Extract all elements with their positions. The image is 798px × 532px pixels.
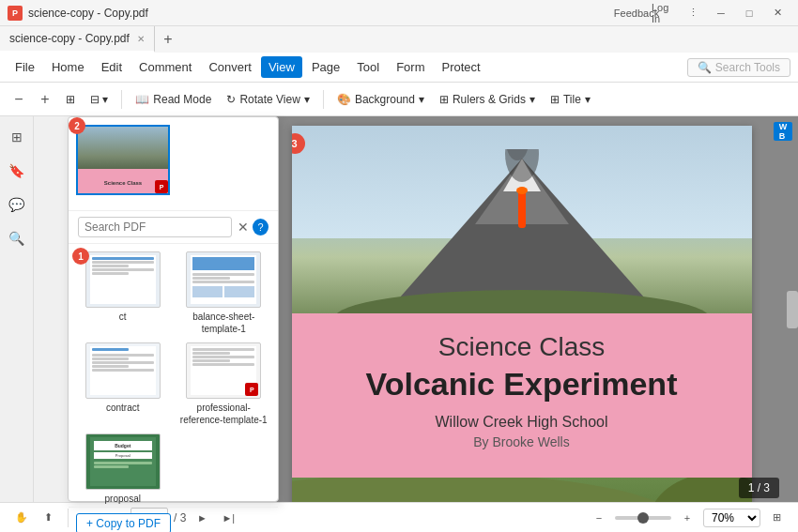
tab-bar: science-copy - Copy.pdf ✕ + [0, 26, 798, 53]
menu-form[interactable]: Form [389, 56, 432, 78]
thumbnail-page[interactable]: 2 Science Class P [76, 125, 170, 195]
minimize-btn[interactable]: ─ [708, 4, 734, 23]
file-badge: P [155, 180, 168, 193]
main-content: WB 3 [245, 116, 798, 502]
close-btn[interactable]: ✕ [764, 4, 790, 23]
pdf-panel: 2 Science Class P ✕ ? [68, 116, 279, 502]
page-header-image: 3 [292, 126, 752, 313]
main-layout: ⊞ 🔖 💬 🔍 2 Science Class P [0, 116, 798, 502]
panel-close-btn[interactable]: ✕ [238, 220, 249, 235]
menu-tool[interactable]: Tool [349, 56, 387, 78]
menu-comment[interactable]: Comment [131, 56, 199, 78]
badge-1: 1 [72, 248, 89, 265]
rulers-icon: ⊞ [439, 93, 449, 106]
comment-icon[interactable]: 💬 [4, 191, 30, 218]
panel-thumbnail-area: 2 Science Class P [69, 117, 278, 211]
window-title: science-copy - Copy.pdf [28, 7, 623, 20]
page-bottom-green [292, 478, 752, 502]
pdf-item-label-proposal: proposal [105, 493, 141, 505]
pdf-page: 3 [292, 126, 752, 502]
background-chevron-icon: ▾ [419, 93, 424, 106]
wb-icon[interactable]: WB [774, 122, 792, 141]
rulers-chevron-icon: ▾ [529, 93, 535, 106]
more-btn[interactable]: ⋮ [680, 4, 706, 23]
zoom-thumb[interactable] [637, 512, 649, 524]
menu-edit[interactable]: Edit [94, 56, 130, 78]
pdf-item-label-ct: ct [119, 311, 127, 323]
thumbnail-icon[interactable]: ⊞ [4, 124, 30, 150]
pdf-thumb-balance [186, 251, 261, 308]
tab-label: science-copy - Copy.pdf [9, 32, 130, 45]
zoom-track [615, 516, 671, 520]
page-pink-section: Science Class Volcanic Experiment Willow… [292, 313, 752, 478]
select-tool-btn[interactable]: ⬆ [38, 508, 58, 528]
copy-to-pdf-btn[interactable]: + Copy to PDF [76, 513, 171, 532]
search-icon: 🔍 [698, 61, 712, 74]
copy-btn-row: + Copy to PDF [69, 507, 278, 532]
login-btn[interactable]: Log In [652, 4, 678, 23]
tile-icon: ⊞ [550, 93, 560, 106]
thumb-volcano [78, 127, 168, 169]
pdf-thumb-contract [85, 342, 161, 399]
zoom-out-btn[interactable]: − [8, 88, 30, 111]
zoom-select[interactable]: 70% 50% 75% 100% 125% 150% [703, 509, 760, 527]
search-tools[interactable]: 🔍 Search Tools [687, 58, 790, 77]
hand-tool-btn[interactable]: ✋ [11, 508, 32, 528]
fit-width-btn[interactable]: ⊟ ▾ [84, 87, 114, 112]
title-bar: P science-copy - Copy.pdf Feedback Log I… [0, 0, 798, 26]
menu-convert[interactable]: Convert [201, 56, 259, 78]
rotate-chevron-icon: ▾ [304, 93, 310, 106]
current-tab[interactable]: science-copy - Copy.pdf ✕ [0, 26, 155, 53]
zoom-in-bottom-btn[interactable]: + [677, 508, 698, 528]
zoom-slider[interactable] [615, 516, 671, 520]
app-icon: P [8, 6, 23, 21]
pdf-item-label-contract: contract [106, 402, 140, 414]
maximize-btn[interactable]: □ [736, 4, 762, 23]
pdf-item-contract[interactable]: contract [76, 342, 170, 426]
svg-point-7 [334, 290, 710, 313]
volcano-svg [292, 149, 752, 313]
menu-home[interactable]: Home [44, 56, 92, 78]
panel-help-btn[interactable]: ? [253, 219, 269, 236]
bookmark-icon[interactable]: 🔖 [4, 158, 30, 184]
pdf-item-balance[interactable]: balance-sheet-template-1 [177, 251, 271, 335]
page-indicator: 1 / 3 [739, 478, 779, 498]
feedback-btn[interactable]: Feedback [623, 4, 650, 23]
zoom-in-btn[interactable]: + [34, 88, 56, 111]
pdf-item-professional[interactable]: P professional-reference-template-1 [177, 342, 271, 426]
zoom-out-bottom-btn[interactable]: − [589, 508, 609, 528]
panel-header: ✕ ? [69, 211, 278, 244]
svg-rect-5 [518, 190, 526, 228]
badge-2: 2 [69, 117, 85, 134]
menu-page[interactable]: Page [304, 56, 347, 78]
svg-point-6 [516, 187, 528, 194]
tile-chevron-icon: ▾ [585, 93, 591, 106]
pdf-search-input[interactable] [78, 217, 232, 237]
pdf-thumb-ct [85, 251, 161, 308]
pdf-item-ct[interactable]: 1 ct [76, 251, 170, 335]
page-title-line1: Science Class [320, 332, 724, 362]
new-tab-btn[interactable]: + [155, 26, 181, 53]
menu-file[interactable]: File [8, 56, 42, 78]
menu-view[interactable]: View [261, 56, 302, 78]
fit-page-bottom-btn[interactable]: ⊞ [766, 508, 787, 528]
background-btn[interactable]: 🎨 Background ▾ [331, 87, 430, 112]
rulers-grids-btn[interactable]: ⊞ Rulers & Grids ▾ [434, 87, 541, 112]
divider-2 [323, 90, 324, 109]
green-hill-right [649, 478, 752, 502]
page-author: By Brooke Wells [320, 434, 724, 449]
menu-protect[interactable]: Protect [434, 56, 487, 78]
rotate-view-btn[interactable]: ↻ Rotate View ▾ [221, 87, 315, 112]
pdf-item-label-professional: professional-reference-template-1 [177, 402, 271, 426]
fit-btn[interactable]: ⊞ [60, 87, 81, 112]
search-sidebar-icon[interactable]: 🔍 [4, 225, 30, 251]
pdf-item-proposal[interactable]: Budget Proposal proposal [76, 433, 170, 505]
window-controls: Feedback Log In ⋮ ─ □ ✕ [623, 4, 790, 23]
scroll-handle[interactable] [787, 291, 798, 328]
read-mode-btn[interactable]: 📖 Read Mode [130, 87, 217, 112]
volcano-container [292, 126, 752, 313]
tab-close-icon[interactable]: ✕ [137, 34, 145, 44]
tile-btn[interactable]: ⊞ Tile ▾ [545, 87, 596, 112]
menu-bar: File Home Edit Comment Convert View Page… [0, 53, 798, 83]
rotate-icon: ↻ [226, 93, 236, 106]
